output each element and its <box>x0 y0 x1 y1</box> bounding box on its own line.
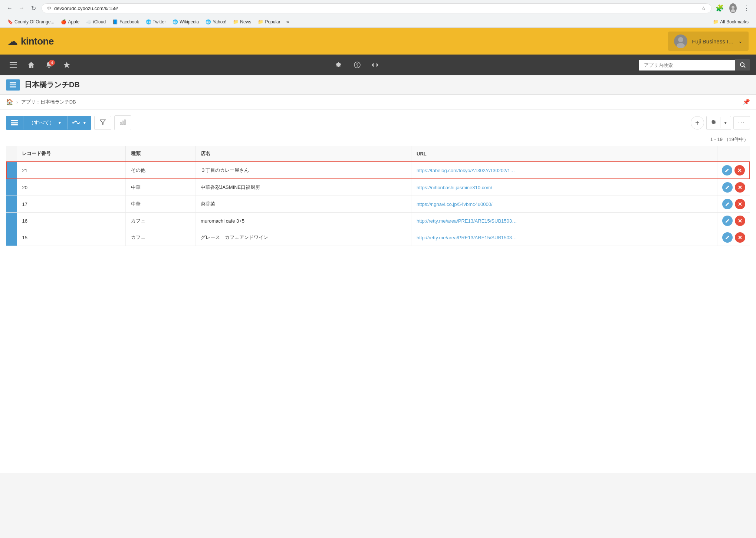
more-options-button[interactable]: ··· <box>733 116 750 129</box>
search-button[interactable] <box>735 59 750 70</box>
all-bookmarks-button[interactable]: 📁 All Bookmarks <box>710 18 752 26</box>
record-category-cell: その他 <box>126 162 195 179</box>
home-button[interactable] <box>24 59 39 71</box>
search-input[interactable] <box>639 60 735 70</box>
edit-record-button[interactable] <box>722 232 733 243</box>
record-url-link[interactable]: https://r.gnavi.co.jp/54vbmc4u0000/ <box>417 201 493 207</box>
record-url-link[interactable]: https://nihonbashi.jasmine310.com/ <box>417 185 492 190</box>
kintone-logo-icon: ☁ <box>7 35 18 47</box>
bookmark-yahoo-icon: 🌐 <box>206 19 211 24</box>
bookmark-twitter[interactable]: 🌐 Twitter <box>143 18 169 26</box>
table-row: 15カフェグレース カフェアンドワインhttp://retty.me/area/… <box>6 229 750 246</box>
forward-button[interactable]: → <box>16 3 27 13</box>
bookmark-yahoo[interactable]: 🌐 Yahoo! <box>203 18 229 26</box>
bookmark-popular[interactable]: 📁 Popular <box>255 18 283 26</box>
bookmark-popular-icon: 📁 <box>258 19 263 24</box>
record-category-cell: カフェ <box>126 229 195 246</box>
help-button[interactable]: ? <box>350 59 365 71</box>
breadcrumb-bar: 🏠 › アプリ：日本橋ランチDB 📌 <box>0 95 756 109</box>
delete-record-button[interactable] <box>735 199 745 209</box>
profile-button[interactable] <box>728 3 738 13</box>
bookmark-facebook[interactable]: 📘 Facebook <box>109 18 142 26</box>
record-indicator-cell <box>6 179 17 196</box>
notifications-button[interactable]: 4 <box>42 59 56 71</box>
svg-line-22 <box>79 122 80 124</box>
record-url-link[interactable]: https://tabelog.com/tokyo/A1302/A130202/… <box>417 168 515 173</box>
breadcrumb-separator: › <box>16 99 18 105</box>
delete-record-button[interactable] <box>735 216 745 226</box>
breadcrumb-app-label: アプリ：日本橋ランチDB <box>21 99 76 105</box>
settings-button[interactable] <box>331 59 345 71</box>
more-button[interactable]: ⋮ <box>741 3 752 13</box>
favorites-button[interactable] <box>59 59 74 71</box>
record-id-cell: 20 <box>17 179 126 196</box>
table-settings-dropdown[interactable]: ▼ <box>720 117 731 128</box>
bookmark-county[interactable]: 🔖 County Of Orange... <box>4 18 57 26</box>
app-title-menu-button[interactable] <box>6 79 20 91</box>
svg-point-2 <box>678 37 683 42</box>
record-url-link[interactable]: http://retty.me/area/PRE13/ARE15/SUB1503… <box>417 218 517 224</box>
record-name-cell: 中華香彩JASMINE口福厨房 <box>195 179 411 196</box>
view-select-text-area[interactable]: （すべて） ▼ <box>23 116 67 130</box>
svg-point-3 <box>677 43 685 48</box>
table-row: 16カフェmuromachi cafe 3+5http://retty.me/a… <box>6 213 750 229</box>
bookmark-news-label: News <box>240 19 251 24</box>
svg-rect-24 <box>120 122 121 125</box>
table-row: 17中華菜香菜https://r.gnavi.co.jp/54vbmc4u000… <box>6 196 750 213</box>
bookmark-icloud[interactable]: ☁️ iCloud <box>83 18 109 26</box>
add-record-button[interactable]: + <box>691 116 704 129</box>
edit-record-button[interactable] <box>722 165 732 175</box>
record-id-cell: 16 <box>17 213 126 229</box>
back-button[interactable]: ← <box>4 3 15 13</box>
dev-button[interactable] <box>368 60 382 70</box>
record-url-link[interactable]: http://retty.me/area/PRE13/ARE15/SUB1503… <box>417 235 517 240</box>
svg-point-17 <box>72 122 74 124</box>
view-graph-button[interactable]: ▼ <box>68 116 91 129</box>
pagination-bar: 1 - 19 （19件中） <box>0 133 756 146</box>
svg-rect-16 <box>11 124 18 125</box>
delete-record-button[interactable] <box>735 232 745 243</box>
browser-chrome: ← → ↻ ⚙ devxorudc.cybozu.com/k/159/ ☆ 🧩 … <box>0 0 756 28</box>
all-bookmarks-folder-icon: 📁 <box>713 19 719 24</box>
svg-rect-12 <box>10 84 16 85</box>
svg-point-21 <box>78 123 79 124</box>
user-avatar <box>729 3 737 13</box>
record-action-cell <box>717 229 750 246</box>
address-bar[interactable]: ⚙ devxorudc.cybozu.com/k/159/ ☆ <box>42 3 711 13</box>
record-action-cell <box>717 196 750 213</box>
record-name-cell: muromachi cafe 3+5 <box>195 213 411 229</box>
bookmark-facebook-icon: 📘 <box>112 19 118 24</box>
bookmark-news[interactable]: 📁 News <box>230 18 254 26</box>
app-title-text: 日本橋ランチDB <box>24 80 80 90</box>
breadcrumb-pin-icon[interactable]: 📌 <box>743 98 750 105</box>
table-settings-group: ▼ <box>706 116 731 130</box>
view-controls: （すべて） ▼ ▼ + ▼ ··· <box>0 109 756 133</box>
table-row: 20中華中華香彩JASMINE口福厨房https://nihonbashi.ja… <box>6 179 750 196</box>
kintone-header: ☁ kintone Fuji Business I… ⌄ <box>0 28 756 55</box>
filter-button[interactable] <box>94 116 111 130</box>
delete-record-button[interactable] <box>734 165 745 175</box>
record-id-cell: 17 <box>17 196 126 213</box>
edit-record-button[interactable] <box>722 182 733 193</box>
delete-record-button[interactable] <box>735 182 745 193</box>
record-indicator-cell <box>6 162 17 179</box>
th-category: 種類 <box>126 146 195 162</box>
svg-rect-11 <box>10 82 16 83</box>
reload-button[interactable]: ↻ <box>28 3 39 13</box>
svg-marker-23 <box>100 120 105 124</box>
edit-record-button[interactable] <box>722 216 733 226</box>
extensions-button[interactable]: 🧩 <box>714 3 725 13</box>
table-settings-button[interactable] <box>707 116 720 129</box>
star-icon[interactable]: ☆ <box>701 6 706 11</box>
breadcrumb-home-icon[interactable]: 🏠 <box>6 98 13 105</box>
user-chevron-icon: ⌄ <box>738 38 743 44</box>
record-url-cell: https://r.gnavi.co.jp/54vbmc4u0000/ <box>411 196 717 213</box>
bookmark-apple[interactable]: 🍎 Apple <box>58 18 82 26</box>
bookmark-wikipedia[interactable]: 🌐 Wikipedia <box>170 18 202 26</box>
hamburger-menu-button[interactable] <box>6 60 21 70</box>
edit-record-button[interactable] <box>722 199 733 209</box>
kintone-app: ☁ kintone Fuji Business I… ⌄ 4 ? <box>0 28 756 473</box>
kintone-user-area[interactable]: Fuji Business I… ⌄ <box>668 32 749 51</box>
chart-button[interactable] <box>114 115 131 130</box>
bookmark-more-button[interactable]: » <box>284 18 291 26</box>
